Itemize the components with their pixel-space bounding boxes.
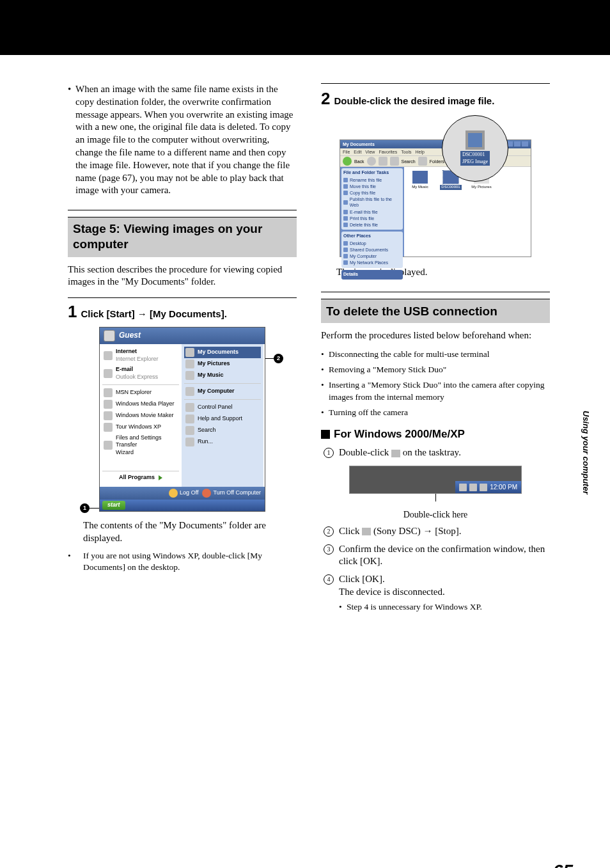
step4-note: Step 4 is unnecessary for Windows XP. — [339, 601, 550, 613]
folders-icon[interactable] — [418, 157, 427, 166]
details-title: Details — [343, 271, 401, 277]
logoff-button[interactable]: Log Off — [169, 489, 198, 498]
file-dsc00001[interactable]: DSC00001 — [440, 171, 462, 253]
safely-remove-icon — [391, 450, 400, 457]
device-icon — [362, 528, 371, 535]
up-icon[interactable] — [379, 157, 387, 166]
sm-item-email[interactable]: E-mailOutlook Express — [102, 365, 179, 383]
menu-view[interactable]: View — [365, 149, 375, 155]
callout-2-line — [265, 358, 274, 359]
place-shared[interactable]: Shared Documents — [343, 247, 401, 253]
arrow-right-icon — [159, 475, 162, 480]
msn-icon — [104, 388, 113, 397]
start-menu-footer: Log Off Turn Off Computer — [100, 487, 265, 500]
circled-3-icon: 3 — [324, 544, 334, 555]
folder-my-pictures[interactable]: My Pictures — [471, 171, 492, 253]
music-icon — [185, 371, 194, 380]
page-body: When an image with the same file name ex… — [0, 55, 610, 618]
circled-1-icon: 1 — [324, 448, 334, 458]
windows-subheading: For Windows 2000/Me/XP — [334, 427, 465, 441]
sm-all-programs[interactable]: All Programs — [102, 471, 179, 484]
sm-item-run[interactable]: Run... — [184, 436, 261, 448]
sm-item-my-pictures[interactable]: My Pictures — [184, 358, 261, 370]
image-file-icon[interactable] — [465, 130, 485, 150]
mail-icon — [104, 369, 113, 378]
left-column: When an image with the same file name ex… — [68, 83, 297, 618]
turnoff-button[interactable]: Turn Off Computer — [202, 489, 261, 498]
place-desktop[interactable]: Desktop — [343, 241, 401, 246]
task-delete[interactable]: Delete this file — [343, 222, 401, 228]
sm-item-my-documents[interactable]: My Documents — [184, 347, 261, 358]
callout-line — [435, 494, 436, 501]
tasks-sidebar: File and Folder Tasks Rename this file M… — [340, 167, 404, 256]
task-publish[interactable]: Publish this file to the Web — [343, 196, 401, 208]
sm-item-my-computer[interactable]: My Computer — [184, 386, 261, 397]
divider — [68, 210, 297, 210]
sm-item-wmm[interactable]: Windows Movie Maker — [102, 410, 179, 422]
divider — [321, 292, 550, 292]
sm-item-help[interactable]: Help and Support — [184, 413, 261, 425]
start-menu-left-pane: InternetInternet Explorer E-mailOutlook … — [100, 344, 182, 487]
task-rename[interactable]: Rename this file — [343, 177, 401, 183]
page-top-black-bar — [0, 0, 610, 55]
step1-block: 1 Click [Start] → [My Documents]. 2 1 Gu… — [68, 297, 297, 573]
menu-file[interactable]: File — [343, 149, 350, 155]
other-places-title: Other Places — [343, 233, 401, 239]
help-icon — [185, 414, 194, 423]
my-documents-screenshot: DSC00001JPEG Image My Documents File Edi… — [340, 139, 531, 257]
step2-text: Double-click the desired image file. — [334, 95, 550, 107]
forward-icon[interactable] — [367, 157, 376, 166]
sm-item-internet[interactable]: InternetInternet Explorer — [102, 347, 179, 365]
sm-item-my-music[interactable]: My Music — [184, 370, 261, 381]
sm-item-search[interactable]: Search — [184, 425, 261, 436]
step1-text: Click [Start] → [My Documents]. — [81, 308, 297, 320]
search-icon[interactable] — [390, 157, 399, 166]
start-button[interactable]: start — [102, 501, 125, 510]
callout-2: 2 — [274, 354, 283, 363]
tray-callout-label: Double-click here — [349, 509, 522, 521]
stage5-heading: Stage 5: Viewing images on your computer — [73, 221, 292, 252]
menu-edit[interactable]: Edit — [354, 149, 361, 155]
search-icon — [185, 426, 194, 435]
sm-item-fst[interactable]: Files and Settings TransferWizard — [102, 433, 179, 459]
start-menu-user: Guest — [119, 331, 141, 341]
sm-item-wmp[interactable]: Windows Media Player — [102, 398, 179, 410]
sm-item-control-panel[interactable]: Control Panel — [184, 402, 261, 413]
tray-clock: 12:00 PM — [490, 483, 517, 491]
close-icon[interactable] — [522, 141, 528, 146]
logoff-icon — [169, 489, 178, 498]
safely-remove-icon[interactable] — [459, 484, 467, 491]
step1-note: If you are not using Windows XP, double-… — [68, 550, 297, 573]
back-icon[interactable] — [343, 157, 352, 166]
divider — [321, 83, 550, 84]
wmm-icon — [104, 411, 113, 420]
task-copy[interactable]: Copy this file — [343, 190, 401, 196]
overwrite-note: When an image with the same file name ex… — [68, 83, 297, 197]
place-network[interactable]: My Network Places — [343, 260, 401, 265]
place-mycomputer[interactable]: My Computer — [343, 253, 401, 259]
folder-my-music[interactable]: My Music — [409, 171, 431, 253]
square-icon — [321, 430, 330, 439]
taskbar: start — [100, 500, 265, 511]
step2-number: 2 — [321, 90, 330, 107]
right-column: 2 Double-click the desired image file. D… — [321, 83, 550, 618]
menu-help[interactable]: Help — [416, 149, 425, 155]
menu-favorites[interactable]: Favorites — [379, 149, 397, 155]
task-move[interactable]: Move this file — [343, 184, 401, 189]
tasktray-screenshot: 12:00 PM Double-click here — [349, 466, 522, 521]
start-menu-header: Guest — [100, 327, 265, 344]
numbered-step-3: 3 Confirm the device on the confirmation… — [324, 543, 550, 569]
task-print[interactable]: Print this file — [343, 216, 401, 221]
disc-bullet-3: Inserting a "Memory Stick Duo" into the … — [321, 379, 550, 402]
disc-bullet-2: Removing a "Memory Stick Duo" — [321, 364, 550, 375]
sm-item-tour[interactable]: Tour Windows XP — [102, 422, 179, 433]
sm-item-msn[interactable]: MSN Explorer — [102, 387, 179, 398]
delete-usb-heading: To delete the USB connection — [326, 303, 545, 319]
max-icon[interactable] — [514, 141, 520, 146]
task-email[interactable]: E-mail this file — [343, 209, 401, 215]
menu-tools[interactable]: Tools — [401, 149, 411, 155]
tray-icon[interactable] — [480, 484, 487, 491]
start-menu-right-pane: My Documents My Pictures My Music My Com… — [182, 344, 263, 487]
disc-bullet-1: Disconnecting the cable for multi-use te… — [321, 349, 550, 360]
tray-icon[interactable] — [469, 484, 477, 491]
